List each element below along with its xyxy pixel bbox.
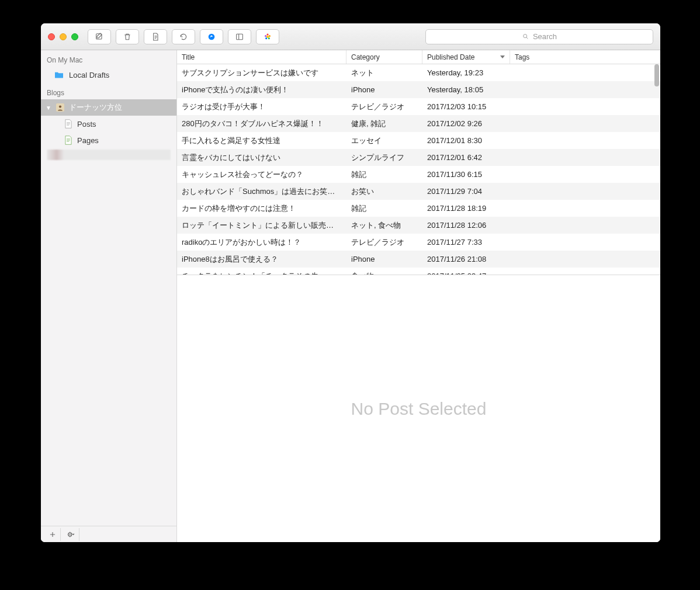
sidebar-item-blog[interactable]: ▼ ドーナッツ方位 <box>41 99 176 116</box>
cell-title: 手に入れると満足する女性達 <box>177 136 346 146</box>
photos-icon <box>263 32 272 41</box>
cell-title: iPhone8はお風呂で使える？ <box>177 254 346 265</box>
cell-category: エッセイ <box>346 136 422 146</box>
compose-icon <box>95 32 104 41</box>
cell-title: サブスクリプションサービスは嫌いです <box>177 68 346 78</box>
cell-category: 健康, 雑記 <box>346 119 422 129</box>
cell-title: チータラをレンチン！「チータラその先へ… <box>177 271 346 275</box>
cell-title: ラジオは受け手が大事！ <box>177 102 346 112</box>
svg-point-4 <box>266 33 268 35</box>
svg-point-13 <box>69 534 70 535</box>
table-row[interactable]: 手に入れると満足する女性達エッセイ2017/12/01 8:30 <box>177 132 660 149</box>
settings-menu-button[interactable] <box>63 528 79 541</box>
table-row[interactable]: サブスクリプションサービスは嫌いですネットYesterday, 19:23 <box>177 64 660 81</box>
cell-category: テレビ／ラジオ <box>346 237 422 248</box>
cell-date: 2017/12/01 6:42 <box>422 153 510 162</box>
cell-category: ネット, 食べ物 <box>346 220 422 231</box>
table-row[interactable]: iPhone8はお風呂で使える？iPhone2017/11/26 21:08 <box>177 251 660 268</box>
publish-button[interactable] <box>200 29 223 44</box>
window-controls <box>48 33 78 40</box>
sidebar-item-label: Local Drafts <box>69 71 109 79</box>
app-window: Search On My Mac Local Drafts Blogs ▼ ドー… <box>41 23 660 542</box>
compose-button[interactable] <box>88 29 111 44</box>
disclosure-triangle-icon[interactable]: ▼ <box>46 105 51 111</box>
add-button[interactable] <box>44 528 61 541</box>
cell-date: 2017/11/28 18:19 <box>422 204 510 213</box>
sidebar-section-onmymac: On My Mac <box>41 50 176 67</box>
cell-category: 食べ物 <box>346 271 422 275</box>
cell-date: Yesterday, 19:23 <box>422 68 510 77</box>
sidebar-item-local-drafts[interactable]: Local Drafts <box>41 67 176 83</box>
search-field[interactable]: Search <box>425 29 653 44</box>
sidebar: On My Mac Local Drafts Blogs ▼ ドーナッツ方位 P… <box>41 50 177 542</box>
folder-icon <box>54 71 64 79</box>
cell-category: お笑い <box>346 186 422 197</box>
layout-button[interactable] <box>228 29 251 44</box>
table-row[interactable]: ラジオは受け手が大事！テレビ／ラジオ2017/12/03 10:15 <box>177 98 660 115</box>
cell-date: 2017/11/25 23:47 <box>422 272 510 275</box>
refresh-button[interactable] <box>172 29 195 44</box>
sidebar-item-label: ドーナッツ方位 <box>69 102 122 113</box>
cell-category: テレビ／ラジオ <box>346 102 422 112</box>
page-icon <box>64 119 72 129</box>
cell-title: ロッテ「イートミント」による新しい販売… <box>177 220 346 231</box>
svg-point-11 <box>59 106 61 108</box>
cell-date: 2017/11/30 6:15 <box>422 170 510 179</box>
column-header-category[interactable]: Category <box>346 50 422 64</box>
cell-category: ネット <box>346 68 422 78</box>
svg-point-1 <box>209 33 215 40</box>
cell-title: radikoのエリアがおかしい時は！？ <box>177 237 346 248</box>
search-icon <box>522 33 529 40</box>
cell-title: 280円のタバコ！ダブルハピネス爆誕！！ <box>177 119 346 129</box>
window-body: On My Mac Local Drafts Blogs ▼ ドーナッツ方位 P… <box>41 50 660 542</box>
table-row[interactable]: 280円のタバコ！ダブルハピネス爆誕！！健康, 雑記2017/12/02 9:2… <box>177 115 660 132</box>
table-row[interactable]: キャッシュレス社会ってどーなの？雑記2017/11/30 6:15 <box>177 166 660 183</box>
column-header-title[interactable]: Title <box>177 50 346 64</box>
new-post-button[interactable] <box>144 29 167 44</box>
gear-icon <box>67 530 76 539</box>
column-header-tags[interactable]: Tags <box>510 50 660 64</box>
table-header: Title Category Published Date Tags <box>177 50 660 64</box>
document-icon <box>151 32 160 41</box>
table-row[interactable]: ロッテ「イートミント」による新しい販売…ネット, 食べ物2017/11/28 1… <box>177 217 660 234</box>
sidebar-item-pages[interactable]: Pages <box>41 132 176 148</box>
table-row[interactable]: 言霊をバカにしてはいけないシンプルライフ2017/12/01 6:42 <box>177 149 660 166</box>
cell-date: 2017/12/02 9:26 <box>422 119 510 128</box>
zoom-window-button[interactable] <box>71 33 78 40</box>
blog-avatar-icon <box>56 103 64 112</box>
minimize-window-button[interactable] <box>60 33 67 40</box>
table-row[interactable]: おしゃれバンド「Suchmos」は過去にお笑…お笑い2017/11/29 7:0… <box>177 183 660 200</box>
sidebar-item-label: Pages <box>77 136 99 145</box>
table-row[interactable]: チータラをレンチン！「チータラその先へ…食べ物2017/11/25 23:47 <box>177 268 660 275</box>
sidebar-item-redacted <box>47 150 171 160</box>
cell-date: 2017/11/29 7:04 <box>422 187 510 196</box>
empty-state-text: No Post Selected <box>351 399 487 419</box>
cell-date: 2017/11/27 7:33 <box>422 238 510 247</box>
title-bar: Search <box>41 23 660 50</box>
svg-rect-2 <box>237 34 243 39</box>
scrollbar-thumb[interactable] <box>654 64 659 86</box>
media-button[interactable] <box>256 29 279 44</box>
cell-date: 2017/12/03 10:15 <box>422 102 510 111</box>
table-body[interactable]: サブスクリプションサービスは嫌いですネットYesterday, 19:23iPh… <box>177 64 660 275</box>
column-header-published-date[interactable]: Published Date <box>422 50 510 64</box>
sidebar-item-label: Posts <box>77 120 96 129</box>
table-row[interactable]: カードの枠を増やすのには注意！雑記2017/11/28 18:19 <box>177 200 660 217</box>
svg-point-5 <box>269 35 271 37</box>
plus-icon <box>48 530 57 539</box>
close-window-button[interactable] <box>48 33 55 40</box>
sidebar-footer <box>41 526 176 542</box>
cell-category: iPhone <box>346 255 422 263</box>
cell-title: キャッシュレス社会ってどーなの？ <box>177 169 346 180</box>
cell-title: 言霊をバカにしてはいけない <box>177 152 346 163</box>
cell-title: カードの枠を増やすのには注意！ <box>177 203 346 214</box>
refresh-icon <box>179 32 188 41</box>
sidebar-item-posts[interactable]: Posts <box>41 116 176 132</box>
cell-title: iPhoneで支払うのは凄い便利！ <box>177 85 346 95</box>
table-row[interactable]: radikoのエリアがおかしい時は！？テレビ／ラジオ2017/11/27 7:3… <box>177 234 660 251</box>
main-pane: Title Category Published Date Tags サブスクリ… <box>177 50 660 542</box>
cell-date: Yesterday, 18:05 <box>422 85 510 94</box>
table-row[interactable]: iPhoneで支払うのは凄い便利！iPhoneYesterday, 18:05 <box>177 81 660 98</box>
delete-button[interactable] <box>116 29 139 44</box>
send-icon <box>207 32 216 41</box>
